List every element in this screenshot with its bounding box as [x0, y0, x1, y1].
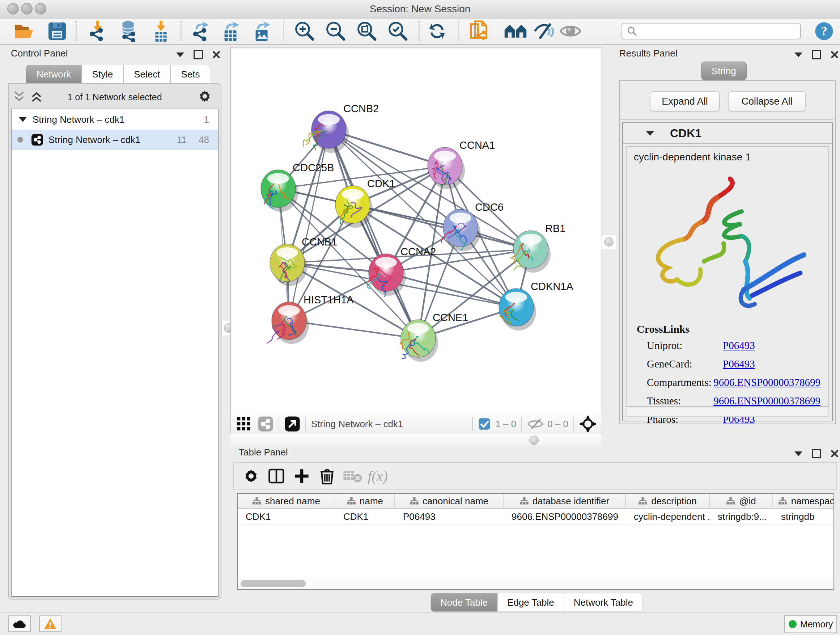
- tab-edge-table[interactable]: Edge Table: [497, 593, 564, 612]
- panel-close-icon[interactable]: [831, 450, 838, 458]
- tab-node-table[interactable]: Node Table: [431, 593, 497, 612]
- table-settings-gear-icon[interactable]: [238, 465, 264, 487]
- zoom-in-button[interactable]: [292, 20, 317, 42]
- network-collection-row[interactable]: String Network – cdk1 1: [11, 109, 218, 130]
- collapse-all-button[interactable]: Collapse All: [728, 91, 806, 111]
- panel-menu-icon[interactable]: [794, 52, 802, 57]
- table-cell[interactable]: stringdb:9...: [710, 509, 773, 524]
- delete-column-trash-icon[interactable]: [314, 465, 340, 487]
- home-networks-button[interactable]: [502, 20, 529, 42]
- node-HIST1H1A[interactable]: HIST1H1A: [267, 294, 354, 344]
- disclosure-triangle-icon[interactable]: [19, 117, 27, 122]
- table-body: CDK1CDK1P064939606.ENSP00000378699cyclin…: [238, 509, 834, 524]
- panel-close-icon[interactable]: [212, 51, 220, 59]
- crosslink-label: Tissues:: [647, 395, 714, 407]
- protein-section-header[interactable]: CDK1: [623, 123, 832, 144]
- hidden-eye-slash-icon[interactable]: [527, 417, 544, 431]
- crosslink-link[interactable]: 9606.ENSP00000378699: [714, 377, 821, 388]
- help-button[interactable]: ?: [811, 20, 837, 42]
- import-table-button[interactable]: [148, 20, 174, 42]
- panel-float-icon[interactable]: [812, 50, 821, 59]
- column-header-database-identifier[interactable]: database identifier: [504, 494, 626, 508]
- cloud-icon: [12, 619, 27, 629]
- column-header-description[interactable]: description: [626, 494, 710, 508]
- search-field[interactable]: [622, 23, 801, 40]
- export-table-button[interactable]: [218, 20, 245, 42]
- panel-menu-icon[interactable]: [176, 52, 184, 57]
- network-view-icon[interactable]: [257, 416, 273, 432]
- canvas-table-splitter[interactable]: [231, 434, 601, 446]
- export-network-button[interactable]: [188, 20, 214, 42]
- column-header-shared-name[interactable]: shared name: [238, 494, 335, 508]
- share-document-button[interactable]: [466, 20, 493, 42]
- node-CDC6[interactable]: CDC6: [441, 201, 503, 251]
- node-CCNB2[interactable]: CCNB2: [303, 103, 379, 153]
- edge-CCNB2-HIST1H1A[interactable]: [289, 130, 329, 321]
- edge-CCNB2-CCNE1[interactable]: [329, 130, 418, 339]
- zoom-selected-button[interactable]: [385, 20, 411, 42]
- column-header-name[interactable]: name: [335, 494, 395, 508]
- table-cell[interactable]: 9606.ENSP00000378699: [504, 509, 626, 524]
- scrollbar-thumb[interactable]: [240, 580, 306, 587]
- column-header-label: @id: [739, 496, 756, 507]
- network-selection-status: 1 of 1 Network selected: [9, 92, 221, 103]
- search-input[interactable]: [638, 26, 791, 37]
- open-session-button[interactable]: [11, 20, 38, 42]
- birdseye-crosshair-icon[interactable]: [579, 415, 597, 432]
- zoom-out-button[interactable]: [323, 20, 349, 42]
- panel-float-icon[interactable]: [194, 50, 203, 59]
- tab-style[interactable]: Style: [81, 65, 123, 84]
- crosslink-link[interactable]: P06493: [723, 340, 755, 352]
- column-header-namespace[interactable]: namespace: [773, 494, 834, 508]
- panel-close-icon[interactable]: [831, 51, 838, 59]
- appearance-eye-button[interactable]: [557, 20, 584, 42]
- tab-network-table[interactable]: Network Table: [564, 593, 643, 612]
- toolbar-separator: [76, 21, 77, 41]
- table-cell[interactable]: CDK1: [238, 509, 335, 524]
- import-network-database-button[interactable]: [116, 20, 142, 42]
- crosslink-link[interactable]: 9606.ENSP00000378699: [714, 395, 821, 407]
- hide-show-button[interactable]: [531, 20, 557, 42]
- zoom-fit-button[interactable]: [354, 20, 380, 42]
- refresh-button[interactable]: [424, 20, 450, 42]
- import-network-file-button[interactable]: [85, 20, 111, 42]
- column-header--id[interactable]: @id: [710, 494, 773, 508]
- column-header-label: name: [360, 496, 383, 507]
- collapse-section-icon[interactable]: [646, 131, 654, 136]
- show-columns-icon[interactable]: [264, 465, 289, 487]
- right-splitter-handle[interactable]: [602, 234, 616, 249]
- node-RB1[interactable]: RB1: [510, 223, 565, 272]
- results-panel-title: Results Panel: [619, 48, 677, 59]
- selected-checkbox-icon[interactable]: [478, 417, 491, 431]
- node-CDKN1A[interactable]: CDKN1A: [499, 280, 573, 331]
- table-cell[interactable]: CDK1: [335, 509, 395, 524]
- window-title: Session: New Session: [0, 3, 840, 15]
- table-cell[interactable]: P06493: [395, 509, 504, 524]
- panel-menu-icon[interactable]: [794, 451, 802, 456]
- save-session-button[interactable]: [44, 20, 70, 42]
- detach-view-icon[interactable]: [284, 416, 300, 432]
- network-options-gear-icon[interactable]: [197, 89, 212, 103]
- warnings-button[interactable]: [39, 616, 62, 632]
- network-canvas[interactable]: CCNB2CCNA1CDC25BCDK1CDC6RB1CCNB1CCNA2CDK…: [231, 47, 602, 415]
- tab-select[interactable]: Select: [123, 65, 171, 84]
- tab-string[interactable]: String: [701, 62, 747, 80]
- crosslink-link[interactable]: P06493: [723, 358, 755, 370]
- add-column-icon[interactable]: [289, 465, 314, 487]
- export-image-button[interactable]: [249, 20, 276, 42]
- table-cell[interactable]: cyclin-dependent ...: [626, 509, 710, 524]
- memory-button[interactable]: Memory: [784, 615, 837, 633]
- network-row[interactable]: String Network – cdk1 11 48: [11, 130, 218, 150]
- column-header-canonical-name[interactable]: canonical name: [395, 494, 504, 508]
- table-row[interactable]: CDK1CDK1P064939606.ENSP00000378699cyclin…: [238, 509, 834, 524]
- panel-float-icon[interactable]: [812, 449, 821, 458]
- node-CCNA1[interactable]: CCNA1: [428, 139, 495, 189]
- tab-sets[interactable]: Sets: [171, 65, 210, 84]
- tab-network[interactable]: Network: [26, 65, 81, 84]
- cloud-status-button[interactable]: [8, 616, 31, 632]
- grid-view-icon[interactable]: [236, 416, 252, 432]
- table-horizontal-scrollbar[interactable]: [238, 578, 834, 589]
- table-panel-title: Table Panel: [239, 447, 288, 458]
- table-cell[interactable]: stringdb: [773, 509, 834, 524]
- expand-all-button[interactable]: Expand All: [650, 91, 720, 111]
